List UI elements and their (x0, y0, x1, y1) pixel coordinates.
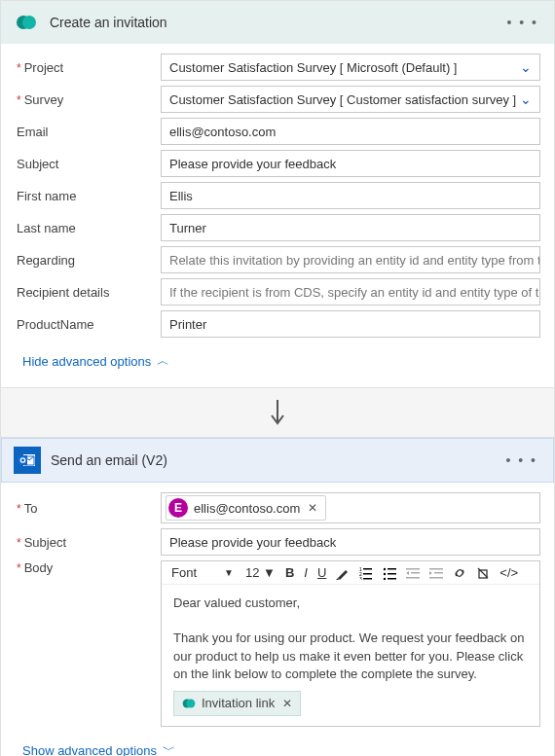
code-view-icon[interactable]: </> (498, 565, 520, 580)
card-menu-icon[interactable]: • • • (503, 15, 542, 30)
product-input[interactable]: Printer (161, 310, 540, 338)
svg-rect-21 (406, 577, 420, 579)
svg-text:3: 3 (359, 576, 362, 580)
chevron-down-icon: ⌄ (520, 91, 532, 107)
rich-text-toolbar: Font▼ 12 ▼ B I U 123 (162, 561, 539, 585)
body-content[interactable]: Dear valued customer, Thank you for usin… (162, 585, 539, 726)
svg-rect-13 (388, 568, 396, 570)
link-icon[interactable] (451, 566, 468, 580)
label-survey: Survey (15, 92, 161, 107)
email-subject-input[interactable]: Please provide your feedback (161, 528, 540, 556)
remove-chip-icon[interactable]: ✕ (282, 696, 292, 712)
hide-advanced-toggle[interactable]: Hide advanced options ︿ (15, 342, 540, 381)
outlook-icon (14, 447, 41, 474)
svg-point-1 (22, 16, 36, 29)
project-dropdown[interactable]: Customer Satisfaction Survey [ Microsoft… (161, 54, 540, 81)
label-to: To (15, 501, 161, 516)
invitation-link-chip[interactable]: Invitation link ✕ (173, 691, 301, 716)
bullet-list-icon[interactable] (381, 566, 398, 580)
svg-rect-11 (363, 578, 372, 580)
card-header[interactable]: Send an email (V2) • • • (1, 438, 554, 483)
body-editor[interactable]: Font▼ 12 ▼ B I U 123 (161, 560, 540, 727)
lastname-input[interactable]: Turner (161, 214, 540, 241)
avatar: E (168, 498, 188, 518)
numbered-list-icon[interactable]: 123 (357, 566, 375, 580)
send-email-card: Send an email (V2) • • • To E ellis@cont… (0, 437, 555, 756)
remove-chip-icon[interactable]: ✕ (306, 501, 319, 515)
create-invitation-card: Create an invitation • • • Project Custo… (0, 0, 555, 388)
survey-dropdown[interactable]: Customer Satisfaction Survey [ Customer … (161, 86, 540, 113)
label-body: Body (15, 560, 161, 575)
recipient-chip[interactable]: E ellis@contoso.com ✕ (166, 495, 326, 521)
svg-rect-22 (429, 568, 443, 570)
card-title: Send an email (V2) (51, 452, 502, 468)
label-lastname: Last name (15, 221, 161, 235)
to-input[interactable]: E ellis@contoso.com ✕ (161, 492, 540, 523)
indent-icon[interactable] (427, 566, 445, 580)
label-project: Project (15, 60, 161, 75)
svg-point-16 (384, 577, 386, 579)
subject-input[interactable]: Please provide your feedback (161, 150, 540, 177)
label-email: Email (15, 125, 161, 139)
body-greeting: Dear valued customer, (173, 594, 528, 612)
highlight-icon[interactable] (334, 566, 352, 580)
body-text: Thank you for using our product. We requ… (173, 630, 528, 683)
card-title: Create an invitation (50, 15, 503, 30)
card-header[interactable]: Create an invitation • • • (1, 1, 554, 44)
svg-rect-18 (406, 568, 420, 570)
svg-rect-25 (429, 577, 443, 579)
svg-rect-19 (411, 572, 420, 574)
show-advanced-toggle[interactable]: Show advanced options ﹀ (15, 732, 540, 756)
underline-icon[interactable]: U (315, 565, 328, 580)
svg-point-14 (384, 572, 386, 574)
label-subject: Subject (15, 157, 161, 171)
svg-point-29 (186, 700, 195, 708)
connector-arrow (0, 388, 555, 437)
card-body: Project Customer Satisfaction Survey [ M… (1, 44, 554, 387)
label-firstname: First name (15, 189, 161, 203)
svg-rect-7 (363, 568, 372, 570)
label-subject: Subject (15, 535, 161, 550)
label-recipient: Recipient details (15, 285, 161, 300)
bold-icon[interactable]: B (283, 565, 296, 580)
regarding-input[interactable]: Relate this invitation by providing an e… (161, 246, 540, 273)
svg-rect-26 (479, 570, 487, 578)
italic-icon[interactable]: I (302, 565, 310, 580)
svg-point-12 (384, 567, 386, 569)
forms-icon (13, 9, 40, 36)
chip-email: ellis@contoso.com (194, 501, 300, 516)
font-size-select[interactable]: 12 ▼ (243, 565, 278, 580)
svg-rect-9 (363, 573, 372, 575)
email-input[interactable]: ellis@contoso.com (161, 118, 540, 145)
chevron-up-icon: ︿ (157, 352, 169, 370)
chevron-down-icon: ﹀ (163, 741, 175, 756)
clear-format-icon[interactable] (474, 566, 492, 580)
outdent-icon[interactable] (404, 566, 422, 580)
card-body: To E ellis@contoso.com ✕ Subject Please … (1, 483, 554, 756)
font-select[interactable]: Font▼ (169, 565, 238, 580)
label-regarding: Regarding (15, 253, 161, 268)
svg-rect-17 (388, 578, 396, 580)
svg-rect-23 (434, 572, 443, 574)
chevron-down-icon: ⌄ (520, 59, 532, 75)
svg-marker-24 (429, 571, 432, 575)
forms-icon (182, 697, 196, 710)
label-product: ProductName (15, 317, 161, 332)
card-menu-icon[interactable]: • • • (502, 452, 541, 468)
recipient-input[interactable]: If the recipient is from CDS, specify an… (161, 278, 540, 306)
svg-rect-15 (388, 573, 396, 575)
firstname-input[interactable]: Ellis (161, 182, 540, 209)
svg-marker-20 (406, 571, 409, 575)
